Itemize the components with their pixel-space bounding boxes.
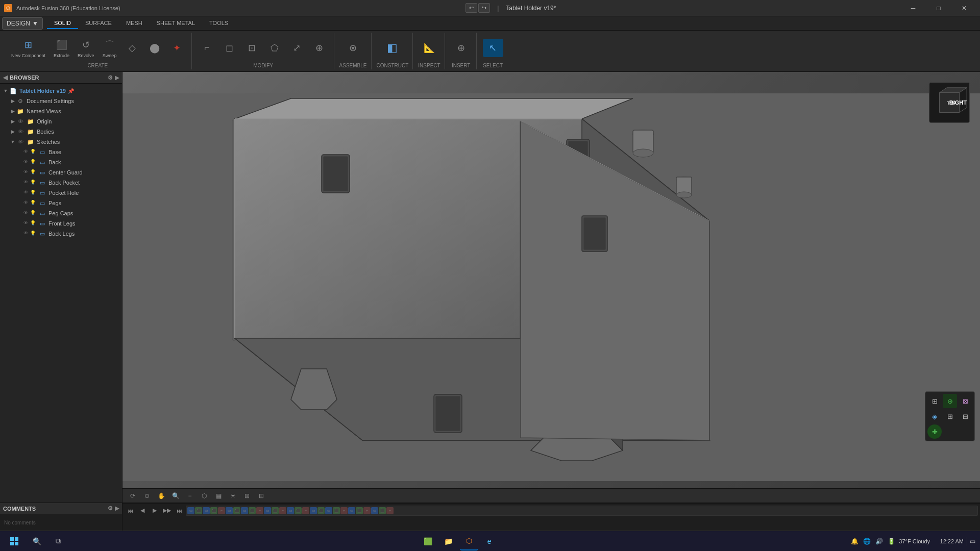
tab-solid[interactable]: SOLID: [47, 18, 78, 29]
ts-1[interactable]: ▭: [187, 507, 194, 514]
mini-btn-add[interactable]: ✚: [927, 424, 942, 439]
comments-settings-icon[interactable]: ⚙: [108, 505, 113, 512]
mini-btn-2[interactable]: ⊕: [943, 394, 957, 408]
revolve-button[interactable]: ↺ Revolve: [75, 36, 97, 60]
tree-item-named-views[interactable]: ▶ 📁 Named Views: [0, 106, 122, 116]
undo-button[interactable]: ↩: [465, 3, 477, 13]
comments-expand-icon[interactable]: ▶: [115, 505, 119, 512]
timeline-next-btn[interactable]: ▶▶: [161, 505, 173, 516]
taskbar-search[interactable]: 🔍: [28, 532, 46, 550]
tab-mesh[interactable]: MESH: [119, 18, 150, 29]
ts-9[interactable]: ⬛: [249, 507, 256, 514]
chamfer-button[interactable]: ◻: [219, 39, 240, 57]
environment-icon[interactable]: ☀: [227, 490, 239, 502]
tray-battery-icon[interactable]: 🔋: [887, 537, 896, 546]
tree-item-back[interactable]: 👁 💡 ▭ Back: [0, 157, 122, 167]
look-at-icon[interactable]: ⊙: [141, 490, 153, 502]
ts-10[interactable]: ⌐: [256, 507, 263, 514]
new-component-button[interactable]: ⊞ New Component: [8, 36, 48, 60]
tray-notification-icon[interactable]: 🔔: [850, 537, 859, 546]
tray-sound-icon[interactable]: 🔊: [874, 537, 884, 546]
viewport[interactable]: TOP R RIGHT ⟳ ⊙ ✋ 🔍 − ⬡ ▦ ☀ ⊞ ⊟ ⊞ ⊕ ⊠ ◈ …: [122, 72, 980, 503]
sweep-button[interactable]: ⌒ Sweep: [100, 36, 120, 60]
ts-7[interactable]: ⬛: [233, 507, 240, 514]
ts-20[interactable]: ⬛: [333, 507, 340, 514]
mini-btn-1[interactable]: ⊞: [927, 394, 942, 408]
tab-tools[interactable]: TOOLS: [202, 18, 235, 29]
ts-16[interactable]: ⌐: [302, 507, 309, 514]
ts-8[interactable]: ▭: [241, 507, 248, 514]
plane-at-angle-button[interactable]: ◧: [382, 39, 403, 57]
ts-24[interactable]: ⌐: [363, 507, 371, 514]
combine-button[interactable]: ⊕: [309, 39, 330, 57]
redo-button[interactable]: ↪: [478, 3, 490, 13]
ts-27[interactable]: ⌐: [386, 507, 394, 514]
browser-settings-icon[interactable]: ⚙: [108, 74, 113, 81]
tree-item-bodies[interactable]: ▶ 👁 📁 Bodies: [0, 127, 122, 137]
pan-icon[interactable]: ✋: [155, 490, 167, 502]
maximize-button[interactable]: □: [927, 0, 950, 16]
ts-2[interactable]: ⬛: [195, 507, 202, 514]
root-pin-icon[interactable]: 📌: [68, 88, 74, 94]
taskbar-fusion360[interactable]: ⬡: [460, 532, 478, 550]
rib-button[interactable]: ⬤: [144, 39, 165, 57]
mini-btn-3[interactable]: ⊠: [958, 394, 972, 408]
ts-22[interactable]: ▭: [348, 507, 355, 514]
tree-item-pocket-hole[interactable]: 👁 💡 ▭ Pocket Hole: [0, 188, 122, 198]
fillet-button[interactable]: ⌐: [197, 39, 217, 57]
tree-item-sketches[interactable]: ▼ 👁 📁 Sketches: [0, 137, 122, 147]
tree-item-doc-settings[interactable]: ▶ ⚙ Document Settings: [0, 96, 122, 106]
taskbar-project-editor[interactable]: 🟩: [419, 532, 437, 550]
tree-item-root[interactable]: ▼ 📄 Tablet Holder v19 📌: [0, 86, 122, 96]
ts-11[interactable]: ▭: [264, 507, 271, 514]
orbit-icon[interactable]: ⟳: [127, 490, 139, 502]
tree-item-back-pocket[interactable]: 👁 💡 ▭ Back Pocket: [0, 178, 122, 188]
ts-26[interactable]: ⬛: [379, 507, 386, 514]
view-cube[interactable]: TOP R RIGHT: [929, 82, 970, 133]
start-button[interactable]: [4, 532, 24, 550]
ts-12[interactable]: ⬛: [272, 507, 279, 514]
tree-item-front-legs[interactable]: 👁 💡 ▭ Front Legs: [0, 218, 122, 229]
tree-item-peg-caps[interactable]: 👁 💡 ▭ Peg Caps: [0, 208, 122, 218]
mini-btn-4[interactable]: ◈: [927, 409, 942, 423]
effects-icon[interactable]: ⊞: [241, 490, 253, 502]
tree-item-center-guard[interactable]: 👁 💡 ▭ Center Guard: [0, 167, 122, 178]
joint-button[interactable]: ⊗: [343, 39, 363, 57]
zoom-icon[interactable]: 🔍: [169, 490, 182, 502]
extrude-button[interactable]: ⬛ Extrude: [51, 36, 72, 60]
shell-button[interactable]: ⊡: [242, 39, 262, 57]
ts-14[interactable]: ▭: [287, 507, 294, 514]
timeline-prev-btn[interactable]: ◀: [137, 505, 148, 516]
ts-13[interactable]: ⌐: [279, 507, 286, 514]
view-cube-display[interactable]: TOP R RIGHT: [929, 82, 970, 123]
tree-item-base[interactable]: 👁 💡 ▭ Base: [0, 147, 122, 157]
tree-item-origin[interactable]: ▶ 👁 📁 Origin: [0, 116, 122, 127]
ts-18[interactable]: ⬛: [317, 507, 325, 514]
mini-btn-5[interactable]: ⊞: [943, 409, 957, 423]
ts-4[interactable]: ⬛: [210, 507, 217, 514]
browser-collapse-btn[interactable]: ◀: [3, 74, 8, 81]
ts-3[interactable]: ▭: [203, 507, 210, 514]
taskbar-edge[interactable]: e: [480, 532, 499, 550]
minimize-button[interactable]: ─: [901, 0, 925, 16]
scale-button[interactable]: ⤢: [287, 39, 307, 57]
loft-button[interactable]: ◇: [122, 39, 142, 57]
tab-surface[interactable]: SURFACE: [78, 18, 119, 29]
ts-5[interactable]: ⌐: [218, 507, 225, 514]
tray-show-desktop-icon[interactable]: ▭: [967, 537, 976, 546]
select-button[interactable]: ↖: [483, 39, 503, 57]
ts-6[interactable]: ▭: [226, 507, 233, 514]
display-mode-icon[interactable]: ⬡: [198, 490, 210, 502]
taskbar-file-explorer[interactable]: 📁: [439, 532, 458, 550]
tray-network-icon[interactable]: 🌐: [862, 537, 871, 546]
timeline-first-btn[interactable]: ⏮: [125, 505, 136, 516]
ts-15[interactable]: ⬛: [295, 507, 302, 514]
web-button[interactable]: ✦: [167, 39, 187, 57]
tab-sheet-metal[interactable]: SHEET METAL: [150, 18, 202, 29]
timeline-last-btn[interactable]: ⏭: [174, 505, 185, 516]
timeline-play-btn[interactable]: ▶: [149, 505, 160, 516]
tree-item-back-legs[interactable]: 👁 💡 ▭ Back Legs: [0, 229, 122, 239]
grid-icon[interactable]: ⊟: [255, 490, 267, 502]
visual-style-icon[interactable]: ▦: [212, 490, 225, 502]
zoom-out-icon[interactable]: −: [184, 490, 196, 502]
